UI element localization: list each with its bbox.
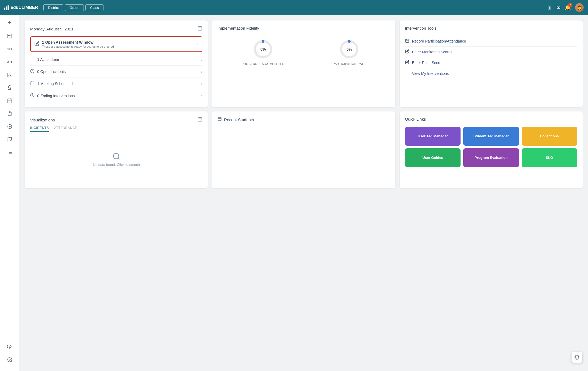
calendar-icon[interactable] (198, 26, 202, 32)
slo-button[interactable]: SLO (522, 148, 577, 167)
date-text: Monday, August 9, 2021 (30, 27, 74, 31)
fidelity-title: Implementation Fidelity (217, 26, 390, 30)
main-layout: + 3D AD (0, 15, 588, 371)
sidebar-item-interventions[interactable] (3, 121, 16, 132)
avatar-image: 👩 (575, 3, 584, 12)
view-interventions-item[interactable]: View My Interventions (405, 68, 577, 79)
sidebar-item-calendar[interactable] (3, 95, 16, 107)
action-items-row[interactable]: 1 Action Item › (30, 54, 202, 66)
ending-interventions-row[interactable]: 0 Ending Interventions › (30, 90, 202, 102)
notification-badge: 2 (568, 3, 572, 7)
avatar[interactable]: 👩 (575, 3, 584, 12)
view-interventions-icon (405, 71, 409, 76)
viz-empty-text: No data found. Click to search (93, 163, 140, 167)
svg-rect-29 (31, 82, 34, 85)
ending-icon (30, 93, 34, 99)
recent-students-card: Recent Students (212, 111, 395, 188)
svg-rect-18 (198, 27, 202, 30)
quick-links-title: Quick Links (405, 117, 577, 121)
sidebar-item-settings[interactable] (3, 354, 16, 366)
meeting-scheduled-row[interactable]: 1 Meeting Scheduled › (30, 78, 202, 90)
assessment-content: 1 Open Assessment Window These are asses… (42, 40, 194, 48)
floating-layers-button[interactable] (571, 352, 583, 363)
sidebar-item-charts[interactable] (3, 69, 16, 81)
action-items-chevron: › (201, 57, 203, 62)
sidebar-bottom (3, 341, 16, 368)
svg-rect-55 (218, 117, 221, 121)
svg-rect-0 (8, 34, 12, 38)
tab-incidents[interactable]: INCIDENTS (30, 126, 49, 132)
tab-attendance[interactable]: ATTENDANCE (54, 126, 77, 132)
viz-search-icon (112, 152, 120, 160)
incidents-chevron: › (201, 69, 203, 74)
svg-rect-39 (406, 39, 409, 43)
svg-point-2 (8, 86, 11, 88)
assessment-title: 1 Open Assessment Window (42, 40, 194, 44)
viz-tabs: INCIDENTS ATTENDANCE (30, 126, 202, 132)
students-title: Recent Students (224, 117, 254, 122)
sidebar-item-upload[interactable] (3, 341, 16, 353)
tools-title: Intervention Tools (405, 26, 577, 30)
class-button[interactable]: Class (85, 4, 103, 11)
assessment-subtitle: These are assessments ready for scores t… (42, 45, 194, 48)
svg-point-1 (8, 35, 9, 36)
program-evaluation-button[interactable]: Program Evaluation (463, 148, 519, 167)
participation-donut: 0% (338, 38, 360, 60)
record-participation-item[interactable]: Record Participation/Attendance (405, 36, 577, 47)
visualizations-card: Visualizations INCIDENTS ATTENDANCE No d… (25, 111, 208, 188)
student-tag-manager-button[interactable]: Student Tag Manager (463, 127, 519, 146)
assessment-icon (34, 41, 39, 47)
card-date-header: Monday, August 9, 2021 (30, 26, 202, 32)
participation-label: PARTICIPATION RATE (333, 62, 366, 65)
students-icon (217, 117, 222, 122)
open-incidents-row[interactable]: 0 Open Incidents › (30, 66, 202, 78)
sidebar-item-clipboard[interactable] (3, 108, 16, 120)
svg-marker-56 (575, 355, 579, 357)
sidebar-item-awards[interactable] (3, 82, 16, 94)
procedures-value: 0% (260, 47, 266, 51)
ending-chevron: › (201, 94, 203, 98)
district-button[interactable]: District (43, 4, 63, 11)
assessment-chevron: › (197, 42, 198, 46)
viz-header: Visualizations (30, 117, 202, 123)
students-header: Recent Students (217, 117, 390, 122)
mail-icon-button[interactable]: ✉ (556, 5, 561, 10)
assessment-window-alert[interactable]: 1 Open Assessment Window These are asses… (30, 36, 202, 52)
svg-point-53 (113, 153, 119, 159)
grade-button[interactable]: Grade (65, 4, 84, 11)
trash-icon-button[interactable]: 🗑 (547, 5, 552, 10)
collections-button[interactable]: Collections (522, 127, 577, 146)
quick-links-grid: User Tag Manager Student Tag Manager Col… (405, 127, 577, 167)
procedures-chart: 0% PROCEDURES COMPLETED (242, 38, 285, 65)
sidebar-add-button[interactable]: + (5, 18, 14, 27)
sidebar-item-3d[interactable]: 3D (3, 43, 16, 55)
participation-center: 0% (347, 47, 352, 51)
point-scores-item[interactable]: Enter Point Scores (405, 57, 577, 68)
svg-rect-7 (9, 112, 10, 113)
viz-empty-state[interactable]: No data found. Click to search (30, 136, 202, 183)
svg-point-17 (9, 359, 10, 360)
sidebar-item-ad[interactable]: AD (3, 56, 16, 68)
procedures-donut: 0% (252, 38, 274, 60)
incidents-label: 0 Open Incidents (37, 69, 199, 74)
user-guides-button[interactable]: User Guides (405, 148, 461, 167)
user-tag-manager-button[interactable]: User Tag Manager (405, 127, 461, 146)
sidebar-item-list[interactable] (3, 146, 16, 158)
svg-line-54 (118, 158, 119, 159)
notification-bell-button[interactable]: 🔔 2 (565, 5, 571, 10)
app-name: eduCLIMBER (11, 5, 38, 10)
monitoring-scores-item[interactable]: Enter Monitoring Scores (405, 47, 577, 57)
intervention-tools-card: Intervention Tools Record Participation/… (400, 20, 583, 107)
action-items-icon (30, 57, 34, 62)
viz-calendar-icon[interactable] (198, 117, 202, 123)
sidebar-top: + 3D AD (3, 18, 16, 341)
nav-right: 🗑 ✉ 🔔 2 👩 (547, 3, 584, 12)
dashboard-card: Monday, August 9, 2021 1 Open Assessment… (25, 20, 208, 107)
svg-rect-49 (198, 118, 202, 121)
content-area: Monday, August 9, 2021 1 Open Assessment… (19, 15, 588, 371)
sidebar-item-profile[interactable] (3, 30, 16, 42)
sidebar-item-flags[interactable] (3, 134, 16, 145)
charts-row: 0% PROCEDURES COMPLETED (217, 36, 390, 68)
sidebar: + 3D AD (0, 15, 19, 371)
incidents-icon (30, 69, 34, 74)
